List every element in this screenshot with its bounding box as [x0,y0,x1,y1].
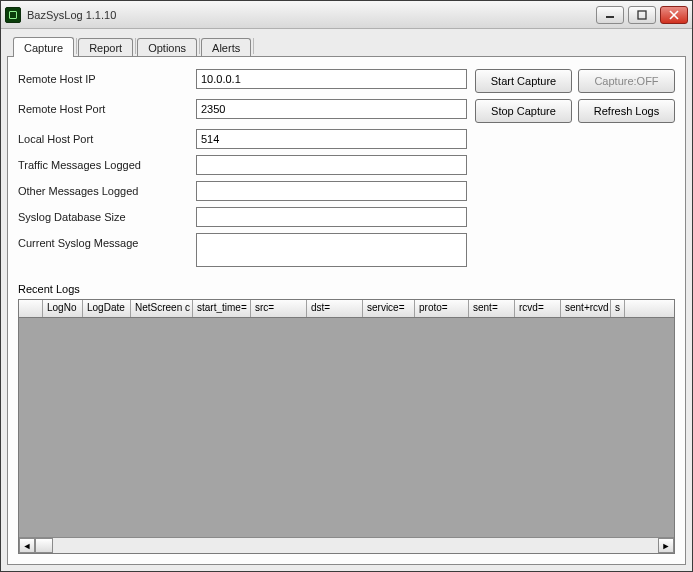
minimize-icon [605,10,615,20]
textarea-current-msg[interactable] [196,233,467,267]
table-column-header[interactable]: service= [363,300,415,317]
table-column-header[interactable]: sent= [469,300,515,317]
label-recent-logs: Recent Logs [18,273,188,295]
scroll-thumb[interactable] [35,538,53,553]
table-column-header[interactable]: LogNo [43,300,83,317]
input-remote-host-port[interactable] [196,99,467,119]
table-column-header[interactable]: NetScreen c [131,300,193,317]
table-column-header[interactable]: start_time= [193,300,251,317]
stop-capture-button[interactable]: Stop Capture [475,99,572,123]
input-traffic-logged[interactable] [196,155,467,175]
app-window: BazSysLog 1.1.10 Capture Report Options … [0,0,693,572]
label-traffic-logged: Traffic Messages Logged [18,155,188,175]
label-db-size: Syslog Database Size [18,207,188,227]
input-db-size[interactable] [196,207,467,227]
label-remote-host-port: Remote Host Port [18,99,188,123]
table-column-header[interactable] [19,300,43,317]
window-controls [596,6,688,24]
scroll-left-button[interactable]: ◄ [19,538,35,553]
tabstrip: Capture Report Options Alerts [7,35,686,57]
close-button[interactable] [660,6,688,24]
table-column-header[interactable]: LogDate [83,300,131,317]
form-area: Remote Host IP Start Capture Capture:OFF… [18,69,675,295]
window-title: BazSysLog 1.1.10 [27,9,116,21]
input-other-logged[interactable] [196,181,467,201]
table-column-header[interactable]: proto= [415,300,469,317]
label-other-logged: Other Messages Logged [18,181,188,201]
table-header[interactable]: LogNoLogDateNetScreen cstart_time=src=ds… [19,300,674,318]
client-area: Capture Report Options Alerts Remote Hos… [1,29,692,571]
table-column-header[interactable]: s [611,300,625,317]
table-body [19,318,674,537]
input-remote-host-ip[interactable] [196,69,467,89]
scroll-right-button[interactable]: ► [658,538,674,553]
close-icon [669,10,679,20]
scroll-track[interactable] [35,538,658,553]
tab-report[interactable]: Report [78,38,133,57]
titlebar[interactable]: BazSysLog 1.1.10 [1,1,692,29]
maximize-button[interactable] [628,6,656,24]
horizontal-scrollbar[interactable]: ◄ ► [19,537,674,553]
tab-capture[interactable]: Capture [13,37,74,57]
table-column-header[interactable]: rcvd= [515,300,561,317]
minimize-button[interactable] [596,6,624,24]
tab-alerts[interactable]: Alerts [201,38,251,57]
capture-off-button[interactable]: Capture:OFF [578,69,675,93]
app-icon [5,7,21,23]
tab-options[interactable]: Options [137,38,197,57]
maximize-icon [637,10,647,20]
table-column-header[interactable]: sent+rcvd [561,300,611,317]
label-local-host-port: Local Host Port [18,129,188,149]
svg-rect-1 [638,11,646,19]
tab-page-capture: Remote Host IP Start Capture Capture:OFF… [7,56,686,565]
table-column-header[interactable]: src= [251,300,307,317]
label-current-msg: Current Syslog Message [18,233,188,267]
refresh-logs-button[interactable]: Refresh Logs [578,99,675,123]
label-remote-host-ip: Remote Host IP [18,69,188,93]
start-capture-button[interactable]: Start Capture [475,69,572,93]
table-column-header[interactable]: dst= [307,300,363,317]
input-local-host-port[interactable] [196,129,467,149]
recent-logs-table[interactable]: LogNoLogDateNetScreen cstart_time=src=ds… [18,299,675,554]
